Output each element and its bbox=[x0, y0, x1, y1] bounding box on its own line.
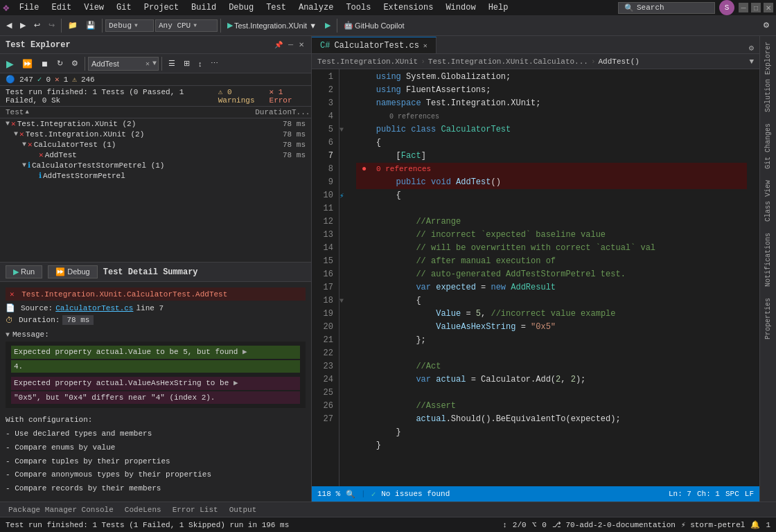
search-icon: 🔍 bbox=[624, 3, 634, 12]
menu-item-window[interactable]: Window bbox=[440, 1, 481, 14]
menu-item-test[interactable]: Test bbox=[261, 1, 292, 14]
debug-run-button[interactable]: ▶ bbox=[321, 19, 334, 32]
config-arrow-icon: ▼ bbox=[134, 22, 138, 28]
search-dropdown-icon[interactable]: ▼ bbox=[151, 60, 158, 67]
menu-item-file[interactable]: File bbox=[14, 1, 45, 14]
code-content[interactable]: using System.Globalization; using Fluent… bbox=[351, 69, 752, 486]
message-line-4: "0x5", but "0x4" differs near "4" (index… bbox=[11, 391, 300, 405]
menu-item-build[interactable]: Build bbox=[186, 1, 222, 14]
nav-back-button[interactable]: ◀ bbox=[3, 19, 15, 32]
side-tab-notifications[interactable]: Notifications bbox=[761, 227, 775, 292]
path-part-0[interactable]: Test.Integration.XUnit bbox=[317, 57, 418, 66]
menu-item-help[interactable]: Help bbox=[483, 1, 514, 14]
test-search-box[interactable]: ✕ ▼ bbox=[88, 57, 159, 71]
save-button[interactable]: 💾 bbox=[82, 19, 99, 32]
bottom-tab-error-list[interactable]: Error List bbox=[170, 504, 221, 515]
panel-minimize-button[interactable]: ─ bbox=[287, 39, 294, 50]
source-file-link[interactable]: CalculatorTest.cs bbox=[55, 304, 133, 312]
search-clear-icon[interactable]: ✕ bbox=[144, 60, 151, 68]
run-test-button[interactable]: ▶ Run bbox=[6, 265, 42, 278]
menu-item-edit[interactable]: Edit bbox=[46, 1, 77, 14]
table-row: } bbox=[356, 439, 747, 452]
restore-button[interactable]: □ bbox=[751, 3, 761, 12]
close-button[interactable]: ✕ bbox=[764, 3, 773, 12]
path-part-1[interactable]: Test.Integration.XUnit.Calculato... bbox=[428, 57, 588, 66]
table-row: // after manual execution of bbox=[356, 255, 747, 268]
config-dropdown[interactable]: Debug ▼ bbox=[105, 19, 154, 32]
side-tab-git-changes[interactable]: Git Changes bbox=[761, 118, 775, 175]
message-text-2: 4. bbox=[14, 362, 23, 371]
test-search-input[interactable] bbox=[89, 59, 144, 69]
message-text-4: "0x5", but "0x4" differs near "4" (index… bbox=[14, 393, 215, 402]
collapse-expected-btn[interactable]: ▼ bbox=[340, 294, 351, 308]
run-button[interactable]: ▶ Test.Integration.XUnit ▼ bbox=[224, 19, 320, 32]
bottom-test-result: Test run finished: 1 Tests (1 Failed, 1 … bbox=[6, 521, 289, 529]
build-button[interactable]: ⚙ bbox=[68, 57, 82, 70]
filter-button[interactable]: ☰ bbox=[165, 57, 179, 70]
undo-button[interactable]: ↩ bbox=[30, 19, 44, 32]
redo-button[interactable]: ↪ bbox=[45, 19, 58, 32]
list-item[interactable]: ▼ ✕ Test.Integration.XUnit (2) 78 ms bbox=[0, 129, 311, 139]
tab-settings-btn[interactable]: ⚙ bbox=[743, 43, 759, 53]
nav-forward-button[interactable]: ▶ bbox=[17, 19, 29, 32]
header-test[interactable]: Test ▲ bbox=[6, 108, 250, 116]
zoom-icon: 🔍 bbox=[346, 490, 355, 499]
table-row: public class CalculatorTest bbox=[356, 123, 747, 136]
expand-icon: ▼ bbox=[6, 120, 10, 127]
side-tab-class-view[interactable]: Class View bbox=[761, 175, 775, 227]
tab-calculatortest[interactable]: C# CalculatorTest.cs ✕ bbox=[312, 37, 436, 53]
separator-4 bbox=[337, 19, 337, 33]
menu-item-debug[interactable]: Debug bbox=[223, 1, 259, 14]
menu-search[interactable]: 🔍 Search bbox=[618, 2, 715, 14]
editor-scrollbar[interactable] bbox=[752, 69, 759, 486]
fail-icon: ✕ bbox=[28, 140, 33, 149]
list-item[interactable]: ▼ ℹ CalculatorTestStormPetrel (1) bbox=[0, 160, 311, 170]
group-button[interactable]: ⊞ bbox=[180, 57, 193, 70]
debug-test-button[interactable]: ⏩ Debug bbox=[48, 265, 97, 278]
message-line-3: Expected property actual.ValueAsHexStrin… bbox=[11, 377, 300, 390]
menu-item-view[interactable]: View bbox=[78, 1, 109, 14]
test-name-badge[interactable]: ✕ Test.Integration.XUnit.CalculatorTest.… bbox=[6, 287, 306, 301]
sort-button[interactable]: ↕ bbox=[195, 57, 206, 70]
debug-all-button[interactable]: ⏩ bbox=[19, 57, 36, 71]
line-num-13: 13 bbox=[312, 229, 333, 242]
item-duration: 78 ms bbox=[270, 141, 311, 149]
no-issues-icon: ✓ bbox=[371, 490, 376, 499]
menu-item-extensions[interactable]: Extensions bbox=[378, 1, 439, 14]
app-logo: ❖ bbox=[3, 1, 10, 15]
list-item[interactable]: ▼ ✕ Test.Integration.XUnit (2) 78 ms bbox=[0, 118, 311, 129]
panel-close-button[interactable]: ✕ bbox=[297, 39, 306, 50]
list-item[interactable]: ✕ AddTest 78 ms bbox=[0, 150, 311, 160]
line-num-20: 20 bbox=[312, 321, 333, 334]
side-tab-solution-explorer[interactable]: Solution Explorer bbox=[761, 36, 775, 118]
config-item-1: - Compare enums by value bbox=[6, 441, 306, 455]
github-copilot-button[interactable]: 🤖 GitHub Copilot bbox=[340, 19, 408, 32]
tab-icon: C# bbox=[320, 41, 330, 51]
pin-button[interactable]: 📌 bbox=[273, 39, 284, 50]
menu-item-git[interactable]: Git bbox=[111, 1, 137, 14]
path-part-2[interactable]: AddTest() bbox=[599, 57, 640, 66]
menu-item-tools[interactable]: Tools bbox=[340, 1, 376, 14]
bottom-tab-codelens[interactable]: CodeLens bbox=[122, 504, 164, 515]
bottom-tab-output[interactable]: Output bbox=[227, 504, 260, 515]
message-toggle[interactable]: ▼ Message: bbox=[6, 330, 306, 339]
side-tab-properties[interactable]: Properties bbox=[761, 292, 775, 345]
settings-button[interactable]: ⚙ bbox=[759, 19, 773, 32]
bottom-tab-package-manager[interactable]: Package Manager Console bbox=[6, 504, 116, 515]
menu-item-analyze[interactable]: Analyze bbox=[293, 1, 339, 14]
list-item[interactable]: ▼ ✕ CalculatorTest (1) 78 ms bbox=[0, 139, 311, 150]
more-options-button[interactable]: ⋯ bbox=[207, 57, 222, 70]
stop-button[interactable]: ⏹ bbox=[37, 57, 52, 70]
menu-item-project[interactable]: Project bbox=[139, 1, 184, 14]
run-all-button[interactable]: ▶ bbox=[3, 56, 17, 71]
minimize-button[interactable]: ─ bbox=[739, 3, 748, 12]
table-row: { bbox=[356, 189, 747, 202]
open-file-button[interactable]: 📁 bbox=[64, 19, 81, 32]
refresh-button[interactable]: ↻ bbox=[53, 57, 67, 70]
platform-dropdown[interactable]: Any CPU ▼ bbox=[155, 19, 218, 32]
list-item[interactable]: ℹ AddTestStormPetrel bbox=[0, 170, 311, 181]
path-chevron-icon[interactable]: ▼ bbox=[749, 57, 754, 66]
collapse-class-btn[interactable]: ▼ bbox=[340, 123, 351, 136]
table-row: // auto-generated AddTestStormPetrel tes… bbox=[356, 268, 747, 281]
tab-close-icon[interactable]: ✕ bbox=[423, 42, 427, 50]
